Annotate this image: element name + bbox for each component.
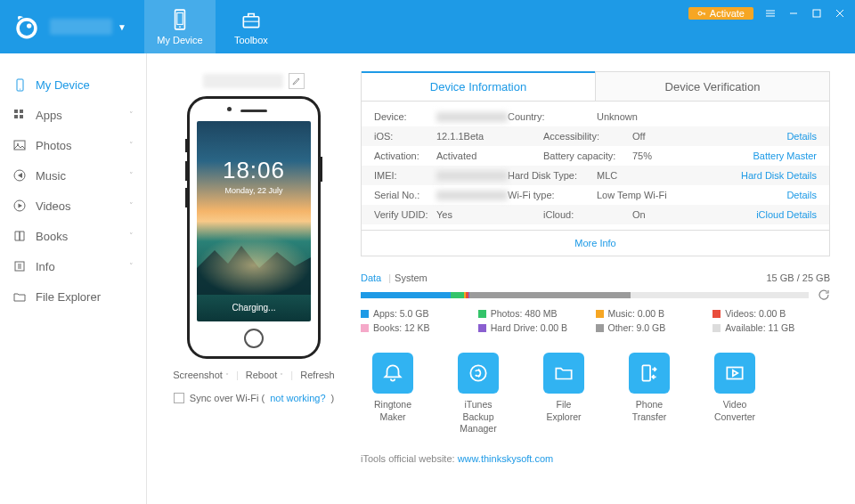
tool-video-converter[interactable]: VideoConverter [703,353,767,435]
tool-ringtone-maker[interactable]: RingtoneMaker [361,353,425,435]
video-icon [12,199,27,213]
legend-item: Available: 11 GB [712,322,830,333]
screenshot-button[interactable]: Screenshot ˅ [173,370,229,380]
top-nav: My Device Toolbox [144,0,287,53]
storage-legend: Apps: 5.0 GBPhotos: 480 MBMusic: 0.00 BV… [361,308,830,337]
nav-toolbox[interactable]: Toolbox [216,0,287,53]
edit-name-button[interactable] [289,73,305,89]
videoC-icon [714,353,755,394]
tool-phone-transfer[interactable]: PhoneTransfer [617,353,681,435]
chevron-down-icon: ˅ [129,110,134,119]
info-icon [12,259,27,273]
storage-bar [361,292,809,298]
tools-row: RingtoneMakeriTunesBackup ManagerFileExp… [361,353,830,435]
info-link[interactable]: Details [786,190,817,200]
info-row: Serial No.:Wi-Fi type:Low Temp Wi-FiDeta… [362,185,829,205]
sidebar-item-photos[interactable]: Photos˅ [0,130,146,160]
sidebar-item-books[interactable]: Books˅ [0,221,146,251]
transfer-icon [629,353,670,394]
sidebar-item-apps[interactable]: Apps˅ [0,100,146,130]
svg-rect-4 [177,12,183,24]
info-link[interactable]: Details [786,131,817,142]
chevron-down-icon: ˅ [129,141,134,150]
svg-rect-21 [20,110,23,113]
legend-item: Music: 0.00 B [596,308,713,319]
info-link[interactable]: iCloud Details [756,209,817,220]
photo-icon [12,138,27,152]
phone-mockup: 18:06 Monday, 22 July Charging... [187,96,321,359]
close-icon[interactable] [834,7,846,20]
storage-segment [469,292,631,298]
sidebar-item-my-device[interactable]: My Device [0,69,146,100]
app-header: ▼ My Device Toolbox Activate [0,0,855,53]
tool-itunes-backup-manager[interactable]: iTunesBackup Manager [446,353,510,435]
refresh-button[interactable]: Refresh [300,370,335,380]
app-logo [9,9,45,45]
info-table: Device:Country:UnknowniOS:12.1.1BetaAcce… [361,102,830,231]
folder-icon [12,289,27,304]
storage-section: Data|System 15 GB / 25 GB Apps: 5.0 GBPh… [361,272,830,337]
reboot-button[interactable]: Reboot ˅ [246,370,284,380]
window-controls: Activate [688,7,846,20]
svg-point-5 [179,26,181,28]
storage-segment [451,292,464,298]
device-column: 18:06 Monday, 22 July Charging... Screen… [165,71,343,495]
website-link[interactable]: www.thinkskysoft.com [458,453,554,464]
svg-rect-34 [727,368,742,379]
key-icon [697,9,706,18]
svg-rect-33 [642,365,650,380]
storage-system-tab[interactable]: System [395,272,428,283]
lock-date: Monday, 22 July [225,186,283,195]
svg-rect-24 [14,141,25,150]
tab-device-verification[interactable]: Device Verification [595,72,829,101]
svg-point-32 [470,365,485,380]
nav-label: My Device [157,35,202,45]
refresh-storage-icon[interactable] [818,289,830,301]
info-tabs: Device Information Device Verification [361,71,830,102]
info-column: Device Information Device Verification D… [361,71,830,495]
info-row: iOS:12.1.1BetaAccessibility:OffDetails [362,126,829,146]
nav-label: Toolbox [234,35,268,45]
more-info-link[interactable]: More Info [361,231,830,256]
info-row: Device:Country:Unknown [362,107,829,126]
device-icon [168,8,191,31]
legend-item: Photos: 480 MB [478,308,596,319]
sync-label: Sync over Wi-Fi ( [190,393,265,403]
info-row: IMEI:Hard Disk Type:MLCHard Disk Details [362,166,829,185]
svg-point-8 [698,12,702,15]
sidebar-item-videos[interactable]: Videos˅ [0,191,146,221]
charging-label: Charging... [197,303,311,313]
sidebar: My DeviceApps˅Photos˅Music˅Videos˅Books˅… [0,53,147,504]
storage-total: 15 GB / 25 GB [766,272,830,283]
storage-segment [361,292,451,298]
svg-rect-20 [14,110,18,113]
grid-icon [12,108,27,122]
menu-icon[interactable] [764,7,777,20]
book-icon [12,229,27,243]
sync-help-link[interactable]: not working? [270,393,325,403]
sidebar-item-music[interactable]: Music˅ [0,160,146,191]
toolbox-icon [240,8,263,31]
sync-checkbox[interactable] [174,393,184,403]
legend-item: Books: 12 KB [361,322,478,333]
chevron-down-icon: ˅ [129,201,134,210]
folderO-icon [543,353,584,394]
sidebar-item-file-explorer[interactable]: File Explorer [0,281,146,312]
svg-point-2 [27,23,31,28]
tool-file-explorer[interactable]: FileExplorer [532,353,596,435]
lock-time: 18:06 [223,157,285,184]
minimize-icon[interactable] [787,7,800,20]
legend-item: Apps: 5.0 GB [361,308,478,319]
chevron-down-icon: ˅ [129,262,134,271]
brand-name [50,19,112,35]
tab-device-information[interactable]: Device Information [362,71,595,101]
storage-data-tab[interactable]: Data [361,272,381,283]
sidebar-item-info[interactable]: Info˅ [0,251,146,281]
music-icon [12,168,27,183]
nav-my-device[interactable]: My Device [144,0,216,53]
info-link[interactable]: Battery Master [753,150,817,161]
activate-button[interactable]: Activate [688,7,753,20]
info-link[interactable]: Hard Disk Details [741,170,817,181]
maximize-icon[interactable] [810,7,823,20]
brand-dropdown-icon[interactable]: ▼ [118,22,126,32]
